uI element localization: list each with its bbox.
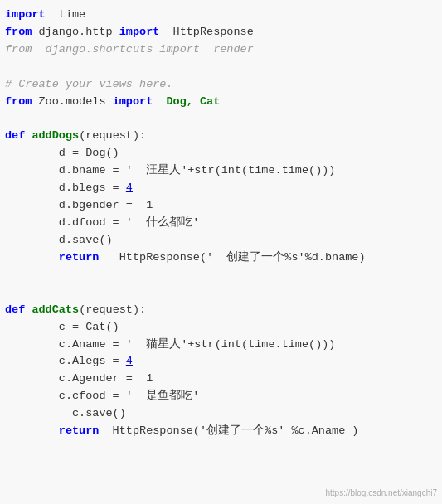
code-lines: import timefrom django.http import HttpR… <box>5 7 437 440</box>
code-line: d.dfood = ' 什么都吃' <box>5 215 437 232</box>
code-line: # Create your views here. <box>5 76 437 94</box>
code-line: c.Agender = 1 <box>5 371 437 388</box>
code-line: d = Dog() <box>5 145 437 162</box>
code-line <box>5 111 437 128</box>
code-line: def addCats(request): <box>5 302 437 319</box>
code-line: c.save() <box>5 405 437 423</box>
code-line: import time <box>5 7 437 24</box>
code-line: d.bgender = 1 <box>5 197 437 215</box>
code-line: from Zoo.models import Dog, Cat <box>5 94 437 111</box>
code-line: from django.shortcuts import render <box>5 41 437 59</box>
code-line: return HttpResponse(' 创建了一个%s'%d.bname) <box>5 250 437 267</box>
watermark: https://blog.csdn.net/xiangchi7 <box>325 487 437 500</box>
code-line: d.save() <box>5 232 437 250</box>
code-line <box>5 59 437 76</box>
code-line <box>5 267 437 284</box>
code-line: d.blegs = 4 <box>5 180 437 197</box>
code-line: c.Alegs = 4 <box>5 353 437 371</box>
code-line <box>5 284 437 302</box>
code-line: c = Cat() <box>5 319 437 337</box>
code-line: def addDogs(request): <box>5 128 437 145</box>
code-line: d.bname = ' 汪星人'+str(int(time.time())) <box>5 162 437 180</box>
code-line: c.Aname = ' 猫星人'+str(int(time.time())) <box>5 337 437 354</box>
code-container: import timefrom django.http import HttpR… <box>0 0 442 504</box>
code-line: return HttpResponse('创建了一个%s' %c.Aname ) <box>5 423 437 440</box>
code-line: c.cfood = ' 是鱼都吃' <box>5 388 437 405</box>
code-line: from django.http import HttpResponse <box>5 24 437 41</box>
